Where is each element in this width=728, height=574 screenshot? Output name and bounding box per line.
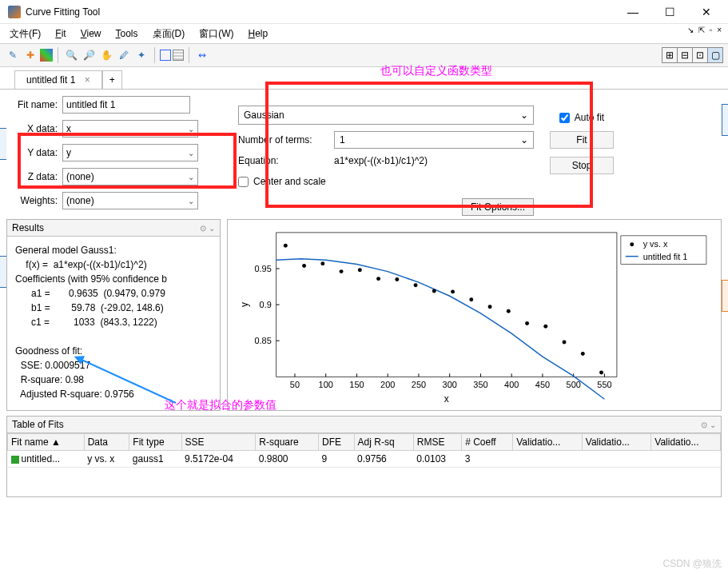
svg-text:250: 250 <box>412 380 426 389</box>
svg-text:x: x <box>444 393 449 405</box>
column-header[interactable]: Adj R-sq <box>354 434 413 451</box>
column-header[interactable]: DFE <box>319 434 355 451</box>
toolbar: ✎ ✚ 🔍 🔎 ✋ 🖉 ✦ ↭ ⊞ ⊟ ⊡ ▢ <box>0 43 728 67</box>
titlebar: Curve Fitting Tool — ☐ ✕ <box>0 0 728 24</box>
app-icon <box>8 6 21 18</box>
layout-4-icon[interactable]: ▢ <box>707 47 723 63</box>
layout-3-icon[interactable]: ⊡ <box>692 47 708 63</box>
weights-select[interactable]: (none)⌄ <box>62 192 198 209</box>
results-panel: Results ⊙ ⌄ General model Gauss1: f(x) =… <box>6 219 221 411</box>
column-header[interactable]: Fit type <box>129 434 181 451</box>
layout-1-icon[interactable]: ⊞ <box>662 47 678 63</box>
fitname-input[interactable] <box>62 96 190 114</box>
palette-icon[interactable] <box>40 49 53 62</box>
cell: 9.5172e-04 <box>181 451 256 468</box>
svg-point-33 <box>302 264 306 268</box>
menu-help[interactable]: Help <box>244 26 273 41</box>
tab-active[interactable]: untitled fit 1 × <box>14 70 102 89</box>
svg-point-46 <box>543 325 547 329</box>
weights-label: Weights: <box>6 195 58 206</box>
zdata-select[interactable]: (none)⌄ <box>62 168 198 185</box>
center-scale-checkbox[interactable] <box>238 177 249 187</box>
chevron-down-icon: ⌄ <box>188 149 194 157</box>
layout-2-icon[interactable]: ⊟ <box>677 47 693 63</box>
new-fit-icon[interactable]: ✎ <box>5 47 21 63</box>
residuals-icon[interactable]: ↭ <box>194 47 210 63</box>
autofit-label: Auto fit <box>575 112 604 123</box>
tab-add[interactable]: + <box>102 70 122 89</box>
menu-window[interactable]: 窗口(W) <box>194 26 238 42</box>
maximize-button[interactable]: ☐ <box>651 0 688 24</box>
menu-tools[interactable]: Tools <box>110 26 142 41</box>
autofit-checkbox[interactable] <box>559 113 570 123</box>
tab-close-icon[interactable]: × <box>85 74 90 86</box>
svg-text:y: y <box>239 302 250 307</box>
column-header[interactable]: Data <box>84 434 129 451</box>
column-header[interactable]: R-square <box>256 434 319 451</box>
fit-button[interactable]: Fit <box>550 131 614 149</box>
plot-panel[interactable]: 0.850.90.9550100150200250300350400450500… <box>227 219 722 411</box>
column-header[interactable]: # Coeff <box>462 434 513 451</box>
legend-icon[interactable] <box>160 50 171 61</box>
close-button[interactable]: ✕ <box>688 0 725 24</box>
menu-desktop[interactable]: 桌面(D) <box>148 26 190 42</box>
pan-icon[interactable]: ✋ <box>98 47 114 63</box>
zoom-in-icon[interactable]: 🔍 <box>63 47 79 63</box>
svg-point-48 <box>581 352 585 356</box>
menu-file[interactable]: 文件(F) <box>5 26 46 42</box>
zoom-out-icon[interactable]: 🔎 <box>81 47 97 63</box>
table-row[interactable]: untitled...y vs. xgauss19.5172e-040.9800… <box>8 451 721 468</box>
panel-controls[interactable]: ⊙ ⌄ <box>200 224 215 233</box>
xdata-select[interactable]: x⌄ <box>62 120 198 138</box>
cropped-edge-left <box>0 112 6 432</box>
stop-button[interactable]: Stop <box>550 157 614 174</box>
cell: gauss1 <box>129 451 181 468</box>
svg-point-36 <box>358 268 362 272</box>
chevron-down-icon: ⌄ <box>188 197 194 205</box>
model-select[interactable]: Gaussian⌄ <box>238 106 534 125</box>
svg-text:0.95: 0.95 <box>255 264 272 273</box>
grid-icon[interactable] <box>173 50 184 61</box>
column-header[interactable]: SSE <box>181 434 256 451</box>
svg-text:500: 500 <box>567 380 581 389</box>
cell: untitled... <box>8 451 85 468</box>
tab-label: untitled fit 1 <box>26 74 75 86</box>
svg-point-38 <box>395 277 399 281</box>
weights-value: (none) <box>66 195 94 206</box>
column-header[interactable]: Validatio... <box>651 434 721 451</box>
fit-options-button[interactable]: Fit Options... <box>462 198 534 216</box>
results-title: Results <box>12 222 44 233</box>
panel-controls[interactable]: ⊙ ⌄ <box>701 421 716 429</box>
column-header[interactable]: Fit name ▲ <box>8 434 85 451</box>
cell: 0.9756 <box>354 451 413 468</box>
open-icon[interactable]: ✚ <box>22 47 38 63</box>
annotation-top: 也可以自定义函数类型 <box>380 64 492 78</box>
cell: y vs. x <box>84 451 129 468</box>
ydata-value: y <box>66 147 71 158</box>
menubar: 文件(F) Fit View Tools 桌面(D) 窗口(W) Help ↘⇱… <box>0 24 728 43</box>
svg-text:550: 550 <box>597 380 611 389</box>
model-panel: Gaussian⌄ Number of terms: 1⌄ Equation: … <box>238 96 534 216</box>
cell: 0.9800 <box>256 451 319 468</box>
data-cursor-icon[interactable]: 🖉 <box>116 47 132 63</box>
svg-point-47 <box>563 341 567 345</box>
svg-text:0.85: 0.85 <box>255 336 272 345</box>
svg-text:50: 50 <box>290 380 300 389</box>
chevron-down-icon: ⌄ <box>188 173 194 181</box>
svg-text:450: 450 <box>535 380 550 389</box>
column-header[interactable]: RMSE <box>413 434 461 451</box>
brush-icon[interactable]: ✦ <box>133 47 149 63</box>
nterms-select[interactable]: 1⌄ <box>334 131 534 149</box>
svg-point-39 <box>414 283 418 287</box>
column-header[interactable]: Validatio... <box>513 434 583 451</box>
ydata-select[interactable]: y⌄ <box>62 144 198 161</box>
column-header[interactable]: Validatio... <box>582 434 651 451</box>
minimize-button[interactable]: — <box>615 0 651 24</box>
dock-controls[interactable]: ↘⇱▫× <box>686 26 723 34</box>
svg-text:100: 100 <box>319 380 333 389</box>
menu-fit[interactable]: Fit <box>50 26 70 41</box>
tof-title: Table of Fits <box>12 419 64 430</box>
menu-view[interactable]: View <box>76 26 106 41</box>
svg-point-35 <box>340 269 344 273</box>
fits-table: Fit name ▲DataFit typeSSER-squareDFEAdj … <box>7 433 721 468</box>
